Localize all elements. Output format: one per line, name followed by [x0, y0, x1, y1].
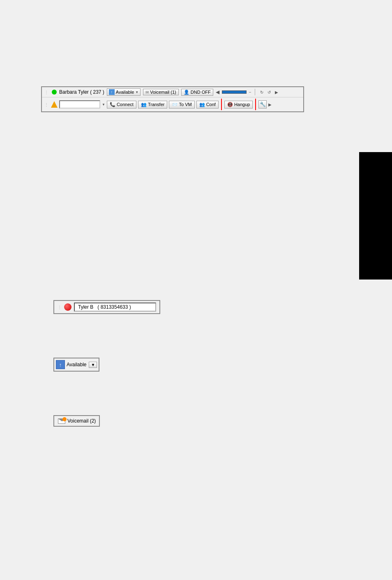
refresh-icon[interactable]: ↻ — [258, 89, 265, 95]
expand-icon[interactable]: ▶ — [275, 90, 278, 95]
envelope-body — [58, 418, 65, 424]
hangup-phone-icon: 📵 — [227, 102, 233, 107]
hangup-button[interactable]: 📵 Hangup — [224, 101, 253, 109]
black-side-panel — [359, 152, 392, 280]
voicemail-widget-label: Voicemail (2) — [67, 418, 96, 424]
toolbar-row2: ⋮ ▼ 📞 Connect 👥 Transfer 📨 To VM 👥 Conf … — [42, 97, 303, 111]
connect-label: Connect — [117, 102, 134, 107]
connect-phone-icon: 📞 — [110, 102, 115, 107]
tovm-icon: 📨 — [172, 102, 178, 107]
status-indicator — [52, 90, 57, 95]
notification-dot — [62, 417, 67, 421]
transfer-icon: 👥 — [141, 102, 147, 107]
status-person-icon: ↑ — [109, 89, 115, 95]
conf-label: Conf — [206, 102, 216, 107]
call-status-red-dot — [64, 303, 71, 311]
transfer-button[interactable]: 👥 Transfer — [138, 101, 168, 109]
available-icon-box: ↑ — [56, 360, 65, 369]
transfer-label: Transfer — [148, 102, 165, 107]
voicemail-count-label: Voicemail (1) — [150, 90, 176, 95]
available-label: Available — [116, 90, 134, 95]
tovm-label: To VM — [179, 102, 191, 107]
voicemail-envelope-icon: ✉ — [145, 90, 149, 95]
available-widget-label: Available — [67, 362, 86, 367]
settings-button[interactable]: 🔧 — [258, 100, 267, 109]
chevron-down-icon: ▼ — [135, 90, 138, 94]
red-separator-line2 — [255, 99, 256, 110]
dial-input[interactable] — [59, 100, 100, 109]
connect-button[interactable]: 📞 Connect — [107, 101, 136, 109]
call-info-display: Tyler B ( 8313354633 ) — [74, 303, 156, 312]
drag-handle-icon: ⋮ — [44, 90, 48, 95]
voicemail-widget[interactable]: Voicemail (2) — [53, 415, 100, 427]
sync-icon[interactable]: ↺ — [266, 89, 272, 95]
dnd-person-icon: 👤 — [184, 90, 189, 95]
drag-handle2-icon: ⋮ — [44, 102, 48, 107]
dnd-button[interactable]: 👤 DND OFF — [181, 89, 213, 96]
toolbar-row1: ⋮ Barbara Tyler ( 237 ) ↑ Available ▼ ✉ … — [42, 87, 303, 97]
user-name-label: Barbara Tyler ( 237 ) — [59, 89, 104, 95]
caller-number-label: ( 8313354633 ) — [97, 304, 131, 310]
red-separator-line — [221, 99, 222, 110]
expand2-icon[interactable]: ▶ — [268, 102, 272, 107]
dial-dropdown-icon[interactable]: ▼ — [102, 103, 105, 106]
minimize-icon[interactable]: − — [249, 90, 251, 95]
voicemail-widget-icon — [58, 418, 66, 424]
wrench-icon: 🔧 — [260, 102, 266, 107]
available-dropdown-button[interactable]: ▼ — [89, 362, 97, 368]
conf-button[interactable]: 👥 Conf — [196, 101, 219, 109]
caller-name-label: Tyler B — [78, 304, 93, 310]
alert-triangle-icon — [51, 101, 58, 108]
active-call-card: ⋮ Tyler B ( 8313354633 ) — [53, 300, 160, 314]
call-card-drag-icon: ⋮ — [58, 305, 62, 310]
speaker-icon: ◀ — [216, 89, 219, 95]
hangup-label: Hangup — [234, 102, 250, 107]
available-person-icon: ↑ — [59, 362, 62, 368]
conf-icon: 👥 — [199, 102, 205, 107]
separator1 — [255, 89, 255, 95]
volume-bar[interactable] — [222, 90, 247, 94]
refresh-icons: ↻ ↺ — [258, 89, 272, 95]
dnd-label: DND OFF — [191, 90, 211, 95]
available-status-widget: ↑ Available ▼ — [53, 358, 99, 372]
available-chevron-icon: ▼ — [91, 363, 95, 367]
tovm-button[interactable]: 📨 To VM — [169, 101, 194, 109]
available-status-button[interactable]: ↑ Available ▼ — [107, 88, 141, 96]
main-toolbar: ⋮ Barbara Tyler ( 237 ) ↑ Available ▼ ✉ … — [41, 86, 304, 112]
voicemail-button[interactable]: ✉ Voicemail (1) — [143, 89, 179, 95]
